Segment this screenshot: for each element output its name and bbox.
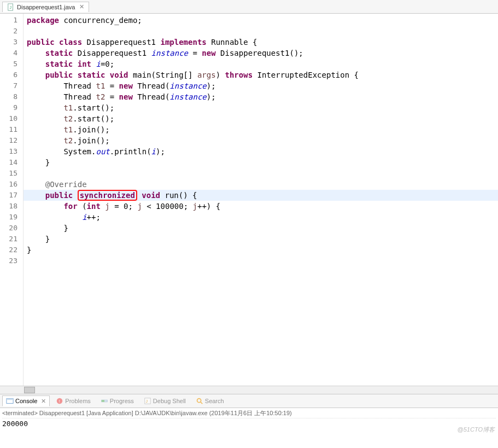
code-line[interactable]: } [27, 223, 498, 234]
file-tab-label: Disapperequest1.java [17, 4, 75, 10]
svg-text:!: ! [59, 399, 60, 404]
scrollbar-thumb[interactable] [24, 387, 35, 393]
code-editor[interactable]: 1234567891011121314151617181920212223 pa… [0, 14, 498, 386]
watermark: @51CTO博客 [458, 426, 495, 434]
svg-rect-3 [7, 399, 13, 400]
search-icon [196, 397, 203, 405]
code-line[interactable] [27, 168, 498, 179]
line-number: 8 [2, 91, 17, 102]
line-number-gutter: 1234567891011121314151617181920212223 [0, 14, 24, 386]
line-number: 19 [2, 212, 17, 223]
line-number: 16 [2, 179, 17, 190]
console-output[interactable]: 200000 [2, 418, 496, 429]
line-number: 13 [2, 146, 17, 157]
code-line[interactable]: static Disapperequest1 instance = new Di… [27, 48, 498, 59]
svg-text:J: J [9, 5, 11, 9]
line-number: 2 [2, 26, 17, 37]
line-number: 12 [2, 135, 17, 146]
tab-search-label: Search [205, 398, 224, 404]
line-number: 21 [2, 234, 17, 245]
line-number: 14 [2, 157, 17, 168]
code-line[interactable]: } [27, 157, 498, 168]
code-line[interactable]: Thread t1 = new Thread(instance); [27, 80, 498, 91]
close-icon[interactable]: ✕ [41, 398, 46, 405]
tab-console-label: Console [15, 398, 37, 404]
svg-rect-7 [102, 400, 104, 402]
code-line[interactable]: System.out.println(i); [27, 146, 498, 157]
tab-problems-label: Problems [65, 398, 90, 404]
line-number: 1 [2, 15, 17, 26]
code-line[interactable]: } [27, 234, 498, 245]
code-line[interactable]: package concurrency_demo; [27, 15, 498, 26]
code-line[interactable]: public class Disapperequest1 implements … [27, 37, 498, 48]
code-line[interactable] [27, 255, 498, 266]
console-icon [6, 397, 14, 405]
code-line[interactable]: @Override [27, 179, 498, 190]
code-line[interactable]: for (int j = 0; j < 100000; j++) { [27, 201, 498, 212]
line-number: 20 [2, 223, 17, 234]
code-line[interactable]: i++; [27, 212, 498, 223]
line-number: 17 [2, 190, 17, 201]
line-number: 15 [2, 168, 17, 179]
code-area[interactable]: package concurrency_demo; public class D… [24, 14, 498, 386]
svg-line-11 [201, 402, 203, 404]
bottom-view-tabs: Console ✕ ! Problems Progress J Debug Sh… [0, 394, 498, 408]
svg-text:J: J [145, 399, 148, 403]
line-number: 22 [2, 245, 17, 255]
code-line[interactable]: t2.join(); [27, 135, 498, 146]
line-number: 9 [2, 102, 17, 113]
horizontal-scrollbar[interactable] [0, 386, 498, 394]
line-number: 4 [2, 48, 17, 59]
line-number: 23 [2, 255, 17, 266]
line-number: 11 [2, 124, 17, 135]
line-number: 18 [2, 201, 17, 212]
code-line[interactable]: t1.join(); [27, 124, 498, 135]
code-line[interactable]: t1.start(); [27, 102, 498, 113]
tab-progress[interactable]: Progress [97, 395, 138, 406]
console-view: <terminated> Disapperequest1 [Java Appli… [0, 408, 498, 430]
code-line[interactable]: } [27, 245, 498, 255]
code-line[interactable]: static int i=0; [27, 59, 498, 69]
line-number: 6 [2, 69, 17, 80]
code-line[interactable]: Thread t2 = new Thread(instance); [27, 91, 498, 102]
svg-point-10 [197, 399, 201, 403]
code-line[interactable] [27, 26, 498, 37]
java-file-icon: J [7, 3, 15, 11]
code-line[interactable]: public synchronized void run() { [27, 190, 498, 201]
tab-debug-shell-label: Debug Shell [153, 398, 186, 404]
line-number: 5 [2, 59, 17, 69]
line-number: 10 [2, 113, 17, 124]
line-number: 7 [2, 80, 17, 91]
tab-console[interactable]: Console ✕ [2, 395, 50, 406]
debug-shell-icon: J [144, 397, 151, 405]
file-tab[interactable]: J Disapperequest1.java ✕ [2, 2, 89, 12]
tab-progress-label: Progress [110, 398, 134, 404]
line-number: 3 [2, 37, 17, 48]
code-line[interactable]: t2.start(); [27, 113, 498, 124]
progress-icon [101, 397, 108, 405]
tab-search[interactable]: Search [192, 395, 228, 406]
tab-debug-shell[interactable]: J Debug Shell [140, 395, 190, 406]
code-line[interactable]: public static void main(String[] args) t… [27, 69, 498, 80]
problems-icon: ! [56, 397, 63, 405]
close-icon[interactable]: ✕ [79, 3, 84, 10]
console-process-header: <terminated> Disapperequest1 [Java Appli… [2, 409, 496, 418]
tab-problems[interactable]: ! Problems [52, 395, 94, 406]
editor-tab-bar: J Disapperequest1.java ✕ [0, 0, 498, 14]
